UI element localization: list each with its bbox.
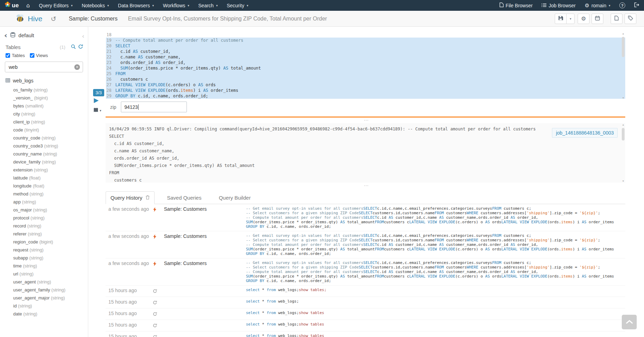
menu-workflows[interactable]: Workflows▾ bbox=[158, 0, 194, 11]
history-row[interactable]: 15 hours agoselect * from web_logs;show … bbox=[106, 308, 625, 320]
column-item[interactable]: country_code3 (string) bbox=[13, 142, 88, 150]
assist-refresh-button[interactable] bbox=[78, 44, 83, 50]
history-row[interactable]: a few seconds agoSample: Customers-- Get… bbox=[106, 204, 625, 231]
tables-filter-checkbox[interactable] bbox=[6, 53, 10, 58]
column-item[interactable]: user_agent (string) bbox=[13, 278, 88, 286]
column-item[interactable]: subapp (string) bbox=[13, 254, 88, 262]
help-button[interactable]: ? bbox=[615, 0, 630, 11]
results-resize-handle[interactable]: ⋯ bbox=[89, 184, 644, 188]
column-item[interactable]: referer (string) bbox=[13, 230, 88, 238]
table-search-input[interactable]: web × bbox=[5, 62, 83, 72]
menu-query-editors[interactable]: Query Editors▾ bbox=[34, 0, 77, 11]
menu-notebooks[interactable]: Notebooks▾ bbox=[77, 0, 113, 11]
history-sql[interactable]: -- Get email survey opt-in values for al… bbox=[246, 233, 625, 256]
column-item[interactable]: url (string) bbox=[13, 270, 88, 278]
settings-button[interactable]: ⚙ bbox=[578, 14, 589, 24]
column-item[interactable]: extension (string) bbox=[13, 166, 88, 174]
app-title[interactable]: Hive bbox=[28, 15, 42, 23]
job-browser-link[interactable]: Job Browser bbox=[537, 0, 580, 11]
history-row[interactable]: a few seconds agoSample: Customers-- Get… bbox=[106, 231, 625, 258]
clear-search-button[interactable]: × bbox=[74, 64, 80, 70]
schedule-button[interactable] bbox=[592, 14, 603, 24]
assist-search-button[interactable] bbox=[71, 44, 76, 50]
history-sql[interactable]: -- Get email survey opt-in values for al… bbox=[246, 206, 625, 229]
column-item[interactable]: country_name (string) bbox=[13, 150, 88, 158]
column-item[interactable]: request (string) bbox=[13, 246, 88, 254]
editor-line[interactable]: 25FROM bbox=[106, 71, 625, 77]
history-row[interactable]: 15 hours agoselect * from web_logs; bbox=[106, 297, 625, 308]
editor-line[interactable]: 19-- Compute total amount per order for … bbox=[106, 38, 625, 43]
column-item[interactable]: time (string) bbox=[13, 262, 88, 270]
history-sql[interactable]: select * from web_logs;show tables; bbox=[246, 288, 625, 292]
editor-line[interactable]: 28LATERAL VIEW EXPLODE(ords.items) i AS … bbox=[106, 88, 625, 93]
column-item[interactable]: method (string) bbox=[13, 190, 88, 198]
logout-button[interactable] bbox=[630, 0, 644, 11]
tables-filter[interactable]: Tables bbox=[6, 53, 25, 58]
new-query-button[interactable] bbox=[611, 14, 622, 24]
column-item[interactable]: user_agent_major (string) bbox=[13, 294, 88, 302]
column-item[interactable]: _version_ (bigint) bbox=[13, 94, 88, 102]
column-item[interactable]: region_code (bigint) bbox=[13, 238, 88, 246]
tab-query-builder[interactable]: Query Builder bbox=[214, 191, 256, 204]
history-sql[interactable]: select * from web_logs; bbox=[246, 299, 625, 304]
history-row[interactable]: a few seconds agoSample: Customers-- Get… bbox=[106, 258, 625, 286]
database-selector[interactable]: ‹ default ‹ bbox=[0, 27, 88, 39]
column-item[interactable]: bytes (smallint) bbox=[13, 102, 88, 110]
table-item-web-logs[interactable]: web_logs bbox=[0, 74, 88, 84]
menu-search[interactable]: Search▾ bbox=[194, 0, 222, 11]
menu-security[interactable]: Security▾ bbox=[222, 0, 253, 11]
column-item[interactable]: city (string) bbox=[13, 110, 88, 118]
column-item[interactable]: os_major (string) bbox=[13, 206, 88, 214]
column-item[interactable]: record (string) bbox=[13, 222, 88, 230]
history-row[interactable]: 15 hours agoselect * from web_logs;show … bbox=[106, 320, 625, 331]
editor-line[interactable]: 27LATERAL VIEW EXPLODE(c.orders) o AS or… bbox=[106, 82, 625, 88]
menu-data-browsers[interactable]: Data Browsers▾ bbox=[114, 0, 158, 11]
sql-editor[interactable]: 1819-- Compute total amount per order fo… bbox=[106, 32, 625, 99]
views-filter[interactable]: Views bbox=[30, 53, 48, 58]
home-button[interactable]: ⌂ bbox=[22, 0, 34, 11]
query-history-icon[interactable]: ↺ bbox=[51, 15, 56, 23]
user-menu[interactable]: ⚙ romain ▾ bbox=[580, 0, 615, 11]
scroll-to-top-button[interactable] bbox=[622, 315, 637, 329]
history-row[interactable]: 15 hours agoselect * from web_logs;show … bbox=[106, 331, 625, 337]
column-item[interactable]: id (string) bbox=[13, 302, 88, 310]
variable-zip-input[interactable]: 94123 bbox=[121, 102, 187, 112]
views-filter-checkbox[interactable] bbox=[30, 53, 34, 58]
column-item[interactable]: app (string) bbox=[13, 198, 88, 206]
history-sql[interactable]: select * from web_logs;show tables bbox=[246, 311, 625, 315]
editor-line[interactable]: 24 SUM(order_items.price * order_items.q… bbox=[106, 65, 625, 71]
execute-button[interactable]: ▶ bbox=[94, 96, 99, 104]
assist-back-icon[interactable]: ‹ bbox=[4, 33, 7, 38]
clear-history-icon[interactable] bbox=[146, 195, 150, 201]
tab-saved-queries[interactable]: Saved Queries bbox=[162, 191, 206, 204]
hue-logo[interactable]: ue bbox=[0, 0, 22, 11]
editor-line[interactable]: 18 bbox=[106, 32, 625, 38]
editor-line[interactable]: 21 c.id AS customer_id, bbox=[106, 49, 625, 54]
scrollbar-thumb[interactable] bbox=[622, 37, 625, 57]
editor-line[interactable]: 22 c.name AS customer_name, bbox=[106, 54, 625, 60]
column-item[interactable]: user_agent_family (string) bbox=[13, 286, 88, 294]
column-item[interactable]: date (string) bbox=[13, 310, 88, 318]
editor-line[interactable]: 29GROUP BY c.id, c.name, ords.order_id; bbox=[106, 93, 625, 99]
column-item[interactable]: device_family (string) bbox=[13, 158, 88, 166]
editor-line[interactable]: 20SELECT bbox=[106, 43, 625, 49]
column-item[interactable]: longitude (float) bbox=[13, 182, 88, 190]
history-sql[interactable]: -- Get email survey opt-in values for al… bbox=[246, 260, 625, 283]
save-button[interactable] bbox=[555, 14, 567, 24]
assist-collapse-icon[interactable]: ‹ bbox=[82, 32, 84, 40]
save-options-button[interactable]: ▾ bbox=[566, 14, 575, 24]
tab-query-history[interactable]: Query History bbox=[106, 191, 155, 204]
history-sql[interactable]: select * from web_logs;show tables bbox=[246, 322, 625, 327]
queries-book-button[interactable]: ▾ bbox=[93, 107, 101, 113]
column-item[interactable]: os_family (string) bbox=[13, 86, 88, 94]
history-row[interactable]: 15 hours agoselect * from web_logs;show … bbox=[106, 286, 625, 297]
tags-button[interactable] bbox=[625, 14, 636, 24]
log-resize-handle[interactable]: ⋯ bbox=[89, 118, 644, 122]
column-item[interactable]: client_ip (string) bbox=[13, 118, 88, 126]
log-scrollbar[interactable]: ▴ ▾ bbox=[621, 123, 625, 183]
file-browser-link[interactable]: File Browser bbox=[495, 0, 537, 11]
column-item[interactable]: country_code (string) bbox=[13, 134, 88, 142]
job-link[interactable]: job_1461888648136_0003 bbox=[552, 128, 618, 138]
editor-line[interactable]: 23 ords.order_id AS order_id, bbox=[106, 60, 625, 65]
column-item[interactable]: code (tinyint) bbox=[13, 126, 88, 134]
